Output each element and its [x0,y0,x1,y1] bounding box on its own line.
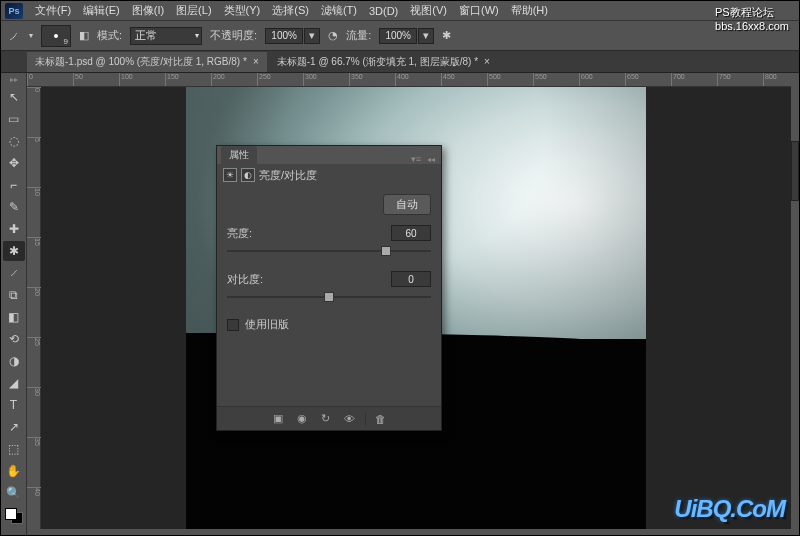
quick-select-tool[interactable]: ✥ [3,153,25,173]
menu-3d[interactable]: 3D(D) [363,3,404,19]
pressure-opacity-icon[interactable]: ◔ [328,29,338,42]
stamp-tool[interactable]: ⟋ [3,263,25,283]
lasso-tool[interactable]: ◌ [3,131,25,151]
type-tool[interactable]: T [3,395,25,415]
watermark-logo: UiBQ.CoM [674,495,785,523]
close-icon[interactable]: × [253,56,259,67]
panel-collapse-icon[interactable]: ◂◂ [425,155,437,164]
path-select-tool[interactable]: ↗ [3,417,25,437]
options-bar: ⟋▾ ◧ 模式: 正常 不透明度: ▾ ◔ 流量: ▾ ✱ [1,21,799,51]
legacy-checkbox[interactable] [227,319,239,331]
history-brush-tool[interactable]: ⧉ [3,285,25,305]
eyedropper-tool[interactable]: ✎ [3,197,25,217]
menu-view[interactable]: 视图(V) [404,1,453,20]
adjustment-icon: ☀ [223,168,237,182]
dodge-tool[interactable]: ◑ [3,351,25,371]
watermark-url: bbs.16xx8.com [715,20,789,32]
move-tool[interactable]: ↖ [3,87,25,107]
menu-edit[interactable]: 编辑(E) [77,1,126,20]
doc-tab-2-label: 未标题-1 @ 66.7% (渐变填充 1, 图层蒙版/8) * [277,55,478,69]
shape-tool[interactable]: ⬚ [3,439,25,459]
auto-button[interactable]: 自动 [383,194,431,215]
menu-file[interactable]: 文件(F) [29,1,77,20]
doc-tab-1-label: 未标题-1.psd @ 100% (亮度/对比度 1, RGB/8) * [35,55,247,69]
brightness-input[interactable] [391,225,431,241]
contrast-input[interactable] [391,271,431,287]
collapsed-panels[interactable] [791,141,799,201]
contrast-slider[interactable] [227,291,431,303]
hand-tool[interactable]: ✋ [3,461,25,481]
brush-preview[interactable] [41,25,71,47]
crop-tool[interactable]: ⌐ [3,175,25,195]
flow-flyout[interactable]: ▾ [418,28,434,44]
visibility-icon[interactable]: 👁 [341,411,359,427]
menu-help[interactable]: 帮助(H) [505,1,554,20]
opacity-label: 不透明度: [210,28,257,43]
swatch-toggle-icon[interactable]: ◧ [79,29,89,42]
clip-icon[interactable]: ▣ [269,411,287,427]
ruler-vertical: 0510152025303540 [27,87,41,529]
brush-tool-icon: ⟋ [7,28,21,44]
mask-icon[interactable]: ◐ [241,168,255,182]
properties-tab[interactable]: 属性 [221,146,257,164]
menu-select[interactable]: 选择(S) [266,1,315,20]
properties-panel: 属性 ▾≡ ◂◂ ☀ ◐ 亮度/对比度 自动 亮度: 对比度: 使用旧版 ▣ ◉… [216,145,442,431]
pen-tool[interactable]: ◢ [3,373,25,393]
legacy-label: 使用旧版 [245,317,289,332]
marquee-tool[interactable]: ▭ [3,109,25,129]
menu-type[interactable]: 类型(Y) [218,1,267,20]
flow-input[interactable] [379,28,417,44]
ps-logo: Ps [5,3,23,19]
brightness-slider[interactable] [227,245,431,257]
panel-title: 亮度/对比度 [259,168,317,183]
reset-icon[interactable]: ↻ [317,411,335,427]
flow-label: 流量: [346,28,371,43]
opacity-flyout[interactable]: ▾ [304,28,320,44]
opacity-input[interactable] [265,28,303,44]
menu-layer[interactable]: 图层(L) [170,1,217,20]
doc-tab-2[interactable]: 未标题-1 @ 66.7% (渐变填充 1, 图层蒙版/8) *× [269,52,498,72]
doc-tab-1[interactable]: 未标题-1.psd @ 100% (亮度/对比度 1, RGB/8) *× [27,52,267,72]
gradient-tool[interactable]: ⟲ [3,329,25,349]
healing-tool[interactable]: ✚ [3,219,25,239]
mode-label: 模式: [97,28,122,43]
document-tabs: 未标题-1.psd @ 100% (亮度/对比度 1, RGB/8) *× 未标… [1,51,799,73]
brush-tool[interactable]: ✱ [3,241,25,261]
menu-image[interactable]: 图像(I) [126,1,170,20]
watermark-text: PS教程论坛 [715,6,774,18]
color-swatches[interactable] [5,508,23,524]
close-icon[interactable]: × [484,56,490,67]
menu-window[interactable]: 窗口(W) [453,1,505,20]
contrast-label: 对比度: [227,272,263,287]
zoom-tool[interactable]: 🔍 [3,483,25,503]
panel-menu-icon[interactable]: ▾≡ [407,154,425,164]
ruler-horizontal: 0501001502002503003504004505005506006507… [27,73,791,87]
tools-panel: ▸▸ ↖ ▭ ◌ ✥ ⌐ ✎ ✚ ✱ ⟋ ⧉ ◧ ⟲ ◑ ◢ T ↗ ⬚ ✋ 🔍 [1,73,27,535]
delete-icon[interactable]: 🗑 [372,411,390,427]
menu-bar: Ps 文件(F) 编辑(E) 图像(I) 图层(L) 类型(Y) 选择(S) 滤… [1,1,799,21]
menu-filter[interactable]: 滤镜(T) [315,1,363,20]
brightness-label: 亮度: [227,226,252,241]
toolbar-grip[interactable]: ▸▸ [10,75,18,84]
view-previous-icon[interactable]: ◉ [293,411,311,427]
blend-mode-select[interactable]: 正常 [130,27,202,45]
airbrush-icon[interactable]: ✱ [442,29,451,42]
eraser-tool[interactable]: ◧ [3,307,25,327]
